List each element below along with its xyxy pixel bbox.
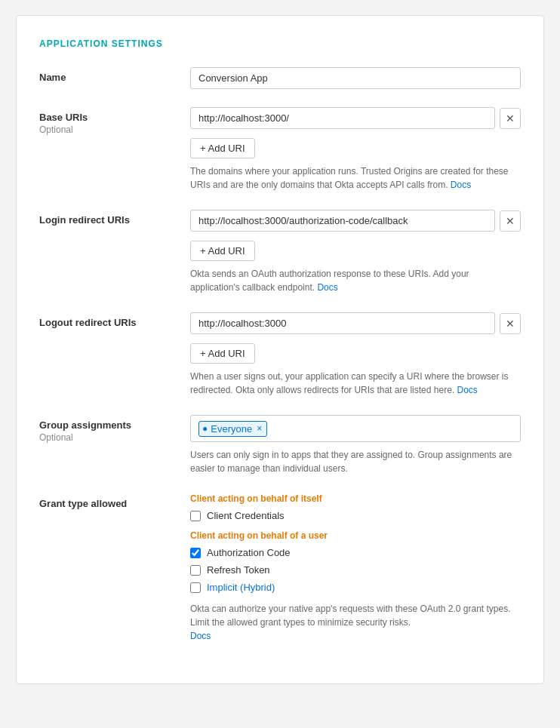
close-icon: ✕: [506, 318, 515, 330]
grant-type-control-col: Client acting on behalf of itself Client…: [190, 493, 521, 643]
group-tag-label: Everyone: [211, 423, 252, 435]
logout-redirect-row: Logout redirect URIs ✕ + Add URI When a …: [39, 312, 521, 397]
base-uris-label-col: Base URIs Optional: [39, 107, 190, 192]
group-assignments-optional: Optional: [39, 432, 190, 443]
implicit-hybrid-label: Implicit (Hybrid): [207, 582, 275, 593]
group-tag-close-icon[interactable]: ×: [257, 423, 262, 434]
close-icon: ✕: [506, 112, 515, 124]
authorization-code-row: Authorization Code: [190, 547, 521, 558]
base-uri-add-button[interactable]: + Add URI: [190, 138, 255, 158]
grant-type-label: Grant type allowed: [39, 498, 190, 509]
login-redirect-control-col: ✕ + Add URI Okta sends an OAuth authoriz…: [190, 210, 521, 294]
base-uri-docs-link[interactable]: Docs: [451, 180, 471, 190]
refresh-token-row: Refresh Token: [190, 564, 521, 576]
grant-client-label: Client acting on behalf of itself: [190, 493, 521, 504]
client-credentials-label: Client Credentials: [207, 510, 285, 521]
implicit-hybrid-checkbox[interactable]: [190, 582, 201, 593]
close-icon: ✕: [506, 215, 515, 227]
grant-help-text: Okta can authorize your native app's req…: [190, 602, 521, 643]
login-redirect-label-col: Login redirect URIs: [39, 210, 190, 294]
login-redirect-remove-button[interactable]: ✕: [500, 210, 521, 232]
group-radio-icon: ●: [202, 423, 208, 434]
group-assignments-control-col: ● Everyone × Users can only sign in to a…: [190, 415, 521, 475]
group-assignments-help-text: Users can only sign in to apps that they…: [190, 448, 521, 475]
logout-redirect-control-col: ✕ + Add URI When a user signs out, your …: [190, 312, 521, 397]
base-uris-row: Base URIs Optional ✕ + Add URI The domai…: [39, 107, 521, 192]
application-settings-card: APPLICATION SETTINGS Name Base URIs Opti…: [16, 15, 544, 684]
client-credentials-row: Client Credentials: [190, 510, 521, 521]
base-uri-remove-button[interactable]: ✕: [500, 108, 521, 129]
name-control-col: [190, 67, 521, 89]
refresh-token-checkbox[interactable]: [190, 565, 201, 576]
grant-type-row: Grant type allowed Client acting on beha…: [39, 493, 521, 643]
logout-redirect-help-text: When a user signs out, your application …: [190, 370, 521, 397]
base-uri-row: ✕: [190, 107, 521, 129]
add-uri-label: + Add URI: [200, 143, 245, 154]
name-row: Name: [39, 67, 521, 89]
client-credentials-checkbox[interactable]: [190, 511, 201, 521]
name-label: Name: [39, 72, 190, 83]
add-logout-uri-label: + Add URI: [200, 348, 245, 359]
login-redirect-docs-link[interactable]: Docs: [317, 282, 337, 293]
section-title: APPLICATION SETTINGS: [39, 38, 521, 49]
base-uri-input[interactable]: [190, 107, 495, 129]
authorization-code-label: Authorization Code: [207, 547, 291, 558]
grant-client-group: Client acting on behalf of itself Client…: [190, 493, 521, 521]
logout-redirect-input[interactable]: [190, 312, 495, 334]
login-redirect-input[interactable]: [190, 210, 495, 232]
logout-redirect-docs-link[interactable]: Docs: [457, 385, 478, 395]
name-label-col: Name: [39, 67, 190, 89]
refresh-token-label: Refresh Token: [207, 564, 270, 576]
group-assignments-label: Group assignments: [39, 419, 190, 431]
base-uris-label: Base URIs: [39, 112, 190, 123]
logout-redirect-add-button[interactable]: + Add URI: [190, 343, 255, 364]
group-tag-everyone[interactable]: ● Everyone ×: [198, 421, 267, 437]
grant-user-label: Client acting on behalf of a user: [190, 530, 521, 541]
login-redirect-help-text: Okta sends an OAuth authorization respon…: [190, 267, 521, 294]
grant-docs-link[interactable]: Docs: [190, 631, 211, 641]
login-redirect-uri-row: ✕: [190, 210, 521, 232]
grant-type-label-col: Grant type allowed: [39, 493, 190, 643]
logout-redirect-remove-button[interactable]: ✕: [500, 313, 521, 334]
logout-redirect-uri-row: ✕: [190, 312, 521, 334]
authorization-code-checkbox[interactable]: [190, 548, 201, 558]
group-assignments-box[interactable]: ● Everyone ×: [190, 415, 521, 442]
base-uris-control-col: ✕ + Add URI The domains where your appli…: [190, 107, 521, 192]
login-redirect-label: Login redirect URIs: [39, 214, 190, 226]
logout-redirect-label: Logout redirect URIs: [39, 317, 190, 328]
logout-redirect-label-col: Logout redirect URIs: [39, 312, 190, 397]
base-uri-help-text: The domains where your application runs.…: [190, 164, 521, 192]
implicit-hybrid-row: Implicit (Hybrid): [190, 582, 521, 593]
name-input[interactable]: [190, 67, 521, 89]
group-assignments-row: Group assignments Optional ● Everyone × …: [39, 415, 521, 475]
group-assignments-label-col: Group assignments Optional: [39, 415, 190, 475]
add-login-uri-label: + Add URI: [200, 245, 245, 256]
login-redirect-row: Login redirect URIs ✕ + Add URI Okta sen…: [39, 210, 521, 294]
login-redirect-add-button[interactable]: + Add URI: [190, 241, 255, 261]
base-uris-optional: Optional: [39, 124, 190, 135]
grant-user-group: Client acting on behalf of a user Author…: [190, 530, 521, 593]
